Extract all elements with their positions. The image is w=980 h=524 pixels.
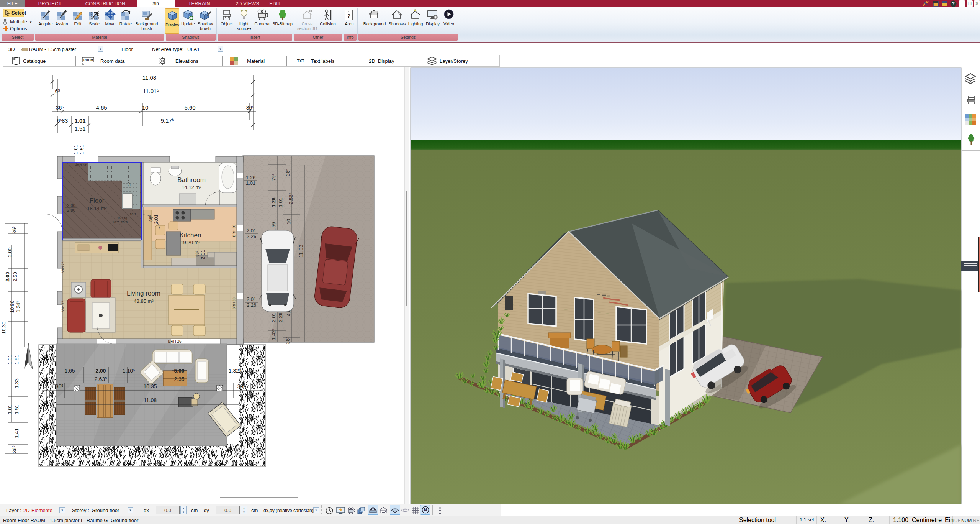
svg-text:65: 65 <box>55 88 60 94</box>
svg-text:Kitchen: Kitchen <box>180 232 201 239</box>
svg-text:2.00: 2.00 <box>7 247 13 257</box>
svg-text:11.03: 11.03 <box>298 245 304 258</box>
svg-text:1.51: 1.51 <box>79 145 85 154</box>
svg-text:1.51: 1.51 <box>14 355 20 364</box>
svg-text:2.50: 2.50 <box>12 272 18 281</box>
svg-text:1.65: 1.65 <box>64 368 75 374</box>
svg-text:2.01: 2.01 <box>153 214 159 224</box>
svg-text:365: 365 <box>56 105 64 111</box>
svg-text:BRH 30: BRH 30 <box>232 297 236 310</box>
svg-text:48.85 m²: 48.85 m² <box>134 298 154 304</box>
svg-text:1.01: 1.01 <box>246 180 255 186</box>
svg-text:10 90: 10 90 <box>9 301 15 313</box>
svg-text:1.01: 1.01 <box>73 145 79 154</box>
svg-text:365: 365 <box>11 445 17 453</box>
svg-text:Living room: Living room <box>127 290 160 297</box>
svg-text:2.01: 2.01 <box>247 228 256 233</box>
svg-text:10.30: 10.30 <box>1 322 7 334</box>
svg-text:BRH 30: BRH 30 <box>232 225 236 237</box>
svg-text:2.80: 2.80 <box>67 208 75 212</box>
svg-text:4.65: 4.65 <box>96 104 107 111</box>
svg-text:?: ? <box>952 1 955 7</box>
svg-text:1.26: 1.26 <box>271 197 276 207</box>
svg-text:GRH 75: GRH 75 <box>75 163 86 166</box>
svg-text:N: N <box>424 508 427 512</box>
svg-text:1.51: 1.51 <box>74 125 85 132</box>
svg-text:1.41: 1.41 <box>14 428 20 438</box>
svg-text:2.00: 2.00 <box>95 368 106 374</box>
svg-text:15 Stg: 15 Stg <box>117 216 127 220</box>
svg-text:2.01: 2.01 <box>247 296 256 302</box>
svg-text:2.26: 2.26 <box>247 302 256 308</box>
svg-text:1.245: 1.245 <box>15 301 21 312</box>
svg-text:1.26: 1.26 <box>246 175 255 181</box>
svg-text:365: 365 <box>246 105 254 111</box>
svg-text:1.33: 1.33 <box>14 378 20 388</box>
svg-text:2.01: 2.01 <box>271 312 276 322</box>
svg-text:2.01: 2.01 <box>200 250 206 259</box>
svg-text:1.01: 1.01 <box>7 404 13 414</box>
svg-text:19.20 m²: 19.20 m² <box>180 240 200 245</box>
svg-text:5.60: 5.60 <box>184 104 195 111</box>
svg-text:2.26: 2.26 <box>247 233 256 239</box>
svg-text:1.51: 1.51 <box>14 404 20 414</box>
svg-text:2.00: 2.00 <box>5 272 10 281</box>
svg-text:1.01: 1.01 <box>7 355 13 364</box>
svg-text:ROOM: ROOM <box>83 58 93 62</box>
svg-text:1.01: 1.01 <box>74 117 85 124</box>
svg-text:6583: 6583 <box>57 118 68 124</box>
svg-text:10: 10 <box>142 104 149 111</box>
svg-text:2.35: 2.35 <box>174 376 184 382</box>
svg-text:?: ? <box>347 13 351 19</box>
svg-text:BRH 75: BRH 75 <box>61 261 65 274</box>
svg-text:17: 17 <box>127 182 131 186</box>
svg-text:BRH 75: BRH 75 <box>61 301 65 313</box>
svg-text:11.08: 11.08 <box>144 397 157 403</box>
svg-text:BRH 26: BRH 26 <box>168 339 181 343</box>
svg-text:18.14 m²: 18.14 m² <box>87 205 107 211</box>
svg-text:14.12 m²: 14.12 m² <box>182 184 201 190</box>
svg-text:9.175: 9.175 <box>161 117 174 124</box>
svg-text:Floor: Floor <box>90 197 105 204</box>
svg-text:18.7 25.5: 18.7 25.5 <box>112 220 128 224</box>
svg-text:1.01: 1.01 <box>278 197 283 207</box>
svg-text:11.08: 11.08 <box>142 74 156 81</box>
svg-text:Bathroom: Bathroom <box>177 176 206 184</box>
svg-text:10.35: 10.35 <box>143 383 157 389</box>
svg-text:365: 365 <box>11 226 17 233</box>
svg-text:2.00: 2.00 <box>67 203 75 208</box>
svg-text:18.1: 18.1 <box>129 212 136 216</box>
svg-text:10: 10 <box>286 219 291 224</box>
svg-text:2.26: 2.26 <box>278 312 283 322</box>
svg-text:11.015: 11.015 <box>143 88 159 94</box>
